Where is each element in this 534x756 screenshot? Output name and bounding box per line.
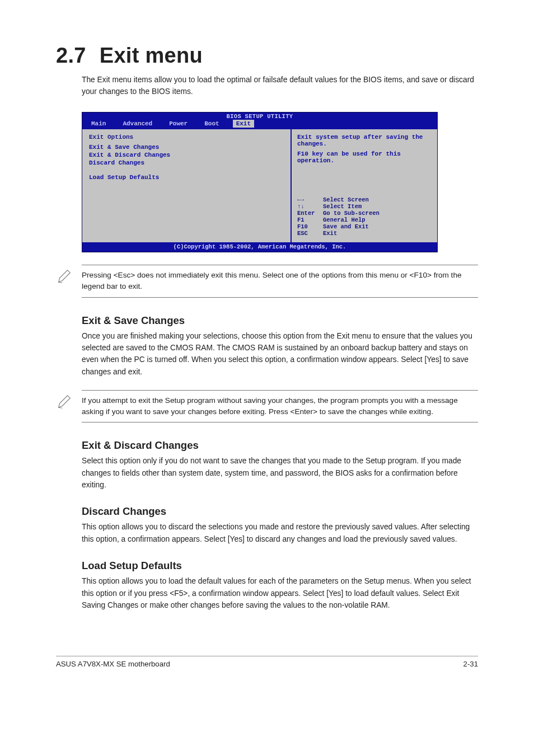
key-lr-label: Select Screen	[323, 196, 369, 203]
body-load-defaults: This option allows you to load the defau…	[82, 575, 478, 611]
note-2-text: If you attempt to exit the Setup program…	[82, 396, 458, 416]
tab-power[interactable]: Power	[166, 120, 191, 128]
note-1: Pressing <Esc> does not immediately exit…	[56, 265, 478, 297]
tab-boot[interactable]: Boot	[201, 120, 222, 128]
bios-hint-1: Exit system setup after saving the chang…	[297, 134, 432, 147]
note-1-text: Pressing <Esc> does not immediately exit…	[82, 271, 462, 290]
key-f10: F10	[297, 223, 323, 230]
bios-right-pane: Exit system setup after saving the chang…	[292, 129, 437, 242]
pencil-note-icon	[56, 390, 82, 422]
bios-key-legend: ←→Select Screen ↑↓Select Item EnterGo to…	[297, 196, 432, 237]
bios-hint-2: F10 key can be used for this operation.	[297, 151, 432, 164]
tab-advanced[interactable]: Advanced	[119, 120, 156, 128]
subheading-exit-save: Exit & Save Changes	[82, 314, 478, 327]
note-2-body: If you attempt to exit the Setup program…	[82, 390, 478, 422]
heading-title: Exit menu	[100, 44, 203, 68]
bios-title: BIOS SETUP UTILITY	[82, 112, 437, 120]
subheading-load-defaults: Load Setup Defaults	[82, 560, 478, 572]
key-f10-label: Save and Exit	[323, 223, 369, 230]
bios-item-save-exit[interactable]: Exit & Save Changes	[89, 144, 284, 151]
footer-left: ASUS A7V8X-MX SE motherboard	[56, 660, 170, 668]
body-exit-save: Once you are finished making your select…	[82, 330, 478, 378]
bios-item-blank	[89, 167, 284, 173]
body-exit-discard: Select this option only if you do not wa…	[82, 455, 478, 491]
subheading-exit-discard: Exit & Discard Changes	[82, 439, 478, 452]
bios-left-title: Exit Options	[89, 134, 284, 140]
note-2: If you attempt to exit the Setup program…	[56, 390, 478, 422]
tab-main[interactable]: Main	[88, 120, 109, 128]
bios-screenshot: BIOS SETUP UTILITY Main Advanced Power B…	[82, 112, 438, 252]
key-enter: Enter	[297, 210, 323, 217]
bios-item-load-defaults[interactable]: Load Setup Defaults	[89, 174, 284, 181]
key-esc: ESC	[297, 230, 323, 237]
bios-item-discard[interactable]: Discard Changes	[89, 159, 284, 166]
key-enter-label: Go to Sub-screen	[323, 210, 380, 217]
key-f1-label: General Help	[323, 217, 366, 223]
subheading-discard: Discard Changes	[82, 505, 478, 518]
body-discard: This option allows you to discard the se…	[82, 521, 478, 545]
bios-item-discard-exit[interactable]: Exit & Discard Changes	[89, 152, 284, 158]
key-lr: ←→	[297, 196, 323, 203]
page-footer: ASUS A7V8X-MX SE motherboard 2-31	[56, 656, 478, 668]
tab-exit[interactable]: Exit	[233, 120, 254, 128]
bios-left-pane: Exit Options Exit & Save Changes Exit & …	[82, 129, 292, 242]
pencil-note-icon	[56, 265, 82, 297]
page-heading: 2.7 Exit menu	[56, 44, 478, 68]
key-ud-label: Select Item	[323, 203, 362, 210]
key-ud: ↑↓	[297, 203, 323, 210]
bios-footer: (C)Copyright 1985-2002, American Megatre…	[82, 242, 437, 252]
bios-body: Exit Options Exit & Save Changes Exit & …	[82, 129, 437, 242]
intro-paragraph: The Exit menu items allow you to load th…	[56, 74, 478, 97]
bios-tab-bar: Main Advanced Power Boot Exit	[82, 120, 437, 129]
key-esc-label: Exit	[323, 230, 337, 237]
heading-number: 2.7	[56, 44, 86, 68]
key-f1: F1	[297, 217, 323, 223]
footer-right: 2-31	[463, 660, 478, 668]
note-1-body: Pressing <Esc> does not immediately exit…	[82, 265, 478, 297]
